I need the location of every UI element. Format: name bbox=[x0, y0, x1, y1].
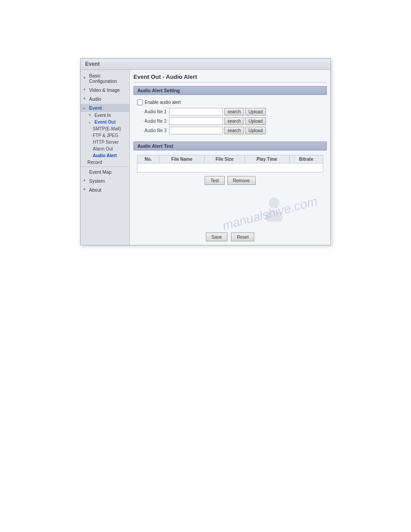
main-content: Event Out - Audio Alert Audio Alert Sett… bbox=[130, 70, 330, 245]
sidebar-section-system: + System bbox=[81, 177, 129, 185]
sidebar-item-audio[interactable]: + Audio bbox=[81, 95, 129, 103]
sidebar-label-about: About bbox=[89, 187, 101, 193]
sidebar-label-system: System bbox=[89, 178, 105, 184]
col-playtime: Play Time bbox=[244, 155, 289, 163]
sidebar-label-audio: Audio bbox=[89, 96, 101, 102]
sidebar-label-event-in: Event In bbox=[94, 113, 111, 118]
sidebar-divider bbox=[81, 167, 129, 167]
audio-file-3-search-button[interactable]: search bbox=[224, 127, 244, 134]
sidebar-item-smtp[interactable]: · SMTP(E-Mail) bbox=[81, 125, 129, 132]
sidebar-label-http: HTTP Server bbox=[93, 140, 119, 145]
col-filename: File Name bbox=[159, 155, 204, 163]
audio-file-2-input[interactable] bbox=[169, 117, 223, 125]
audio-file-3-label: · Audio file 3 bbox=[137, 128, 169, 133]
sidebar-item-video-image[interactable]: + Video & Image bbox=[81, 86, 129, 94]
bullet-icon: · bbox=[90, 133, 91, 137]
audio-file-3-input[interactable] bbox=[169, 127, 223, 134]
sidebar-section-basic: + Basic Configuration bbox=[81, 72, 129, 85]
window-title: Event bbox=[85, 61, 100, 67]
sidebar-label-event-map: Event Map bbox=[89, 169, 111, 175]
bullet-icon: · bbox=[83, 170, 88, 174]
sidebar-label-audio-alert: Audio Alert bbox=[93, 153, 117, 158]
plus-icon: + bbox=[83, 88, 88, 92]
page-title: Event Out - Audio Alert bbox=[133, 73, 327, 82]
bullet-icon: · bbox=[85, 160, 86, 164]
audio-file-1-label: · Audio file 1 bbox=[137, 109, 169, 114]
sidebar-item-event-out[interactable]: - Event Out bbox=[81, 119, 129, 125]
save-button[interactable]: Save bbox=[206, 232, 228, 241]
bottom-actions: Save Reset bbox=[133, 232, 327, 241]
audio-file-2-label: · Audio file 2 bbox=[137, 119, 169, 124]
enable-audio-label[interactable]: Enable audio alert bbox=[145, 100, 181, 105]
sidebar-section-event: - Event + Event In - Event Out bbox=[81, 104, 129, 166]
col-filesize: File Size bbox=[205, 155, 244, 163]
svg-point-1 bbox=[265, 211, 283, 222]
sidebar-item-event[interactable]: - Event bbox=[81, 104, 129, 112]
sidebar-item-record[interactable]: · Record bbox=[81, 159, 129, 166]
reset-button[interactable]: Reset bbox=[231, 232, 254, 241]
audio-file-1-input[interactable] bbox=[169, 108, 223, 116]
sidebar-label-event: Event bbox=[89, 105, 102, 111]
sidebar-section-event-map: · Event Map bbox=[81, 168, 129, 176]
sidebar-label-event-out: Event Out bbox=[94, 120, 116, 124]
plus-icon: + bbox=[89, 113, 93, 118]
table-empty-row bbox=[137, 163, 323, 172]
sidebar-item-audio-alert[interactable]: · Audio Alert bbox=[81, 152, 129, 159]
watermark-person-icon bbox=[261, 195, 287, 222]
sidebar-label-ftp: FTP & JPEG bbox=[93, 133, 118, 138]
window-body: + Basic Configuration + Video & Image + bbox=[81, 70, 330, 245]
audio-file-row-2: · Audio file 2 search Upload bbox=[137, 117, 323, 125]
col-bitrate: Bitrate bbox=[289, 155, 323, 163]
alert-setting-header: Audio Alert Setting bbox=[133, 86, 327, 95]
minus-icon: - bbox=[83, 106, 88, 110]
sidebar-item-event-map[interactable]: · Event Map bbox=[81, 168, 129, 176]
sidebar-label-basic: Basic Configuration bbox=[89, 73, 127, 84]
audio-file-1-search-button[interactable]: search bbox=[224, 108, 244, 116]
alert-test-body: No. File Name File Size Play Time Bitrat… bbox=[133, 153, 327, 228]
audio-test-table: No. File Name File Size Play Time Bitrat… bbox=[137, 155, 323, 172]
bullet-icon: · bbox=[90, 140, 91, 144]
sidebar-item-ftp-jpeg[interactable]: · FTP & JPEG bbox=[81, 132, 129, 139]
minus-icon: - bbox=[89, 120, 93, 124]
plus-icon: + bbox=[83, 76, 88, 81]
app-window: Event + Basic Configuration + Video & Im… bbox=[80, 58, 331, 245]
sidebar-section-video: + Video & Image bbox=[81, 86, 129, 94]
plus-icon: + bbox=[83, 97, 88, 101]
sidebar-section-audio: + Audio bbox=[81, 95, 129, 103]
remove-button[interactable]: Remove bbox=[227, 176, 256, 185]
plus-icon: + bbox=[83, 179, 88, 183]
svg-point-0 bbox=[269, 197, 279, 208]
audio-file-row-1: · Audio file 1 search Upload bbox=[137, 108, 323, 116]
alert-test-header: Audio Alert Test bbox=[133, 142, 327, 150]
alert-setting-body: Enable audio alert · Audio file 1 search… bbox=[133, 98, 327, 138]
test-button[interactable]: Test bbox=[205, 176, 224, 185]
bullet-icon: · bbox=[90, 127, 91, 131]
sidebar-item-about[interactable]: + About bbox=[81, 186, 129, 194]
enable-row: Enable audio alert bbox=[137, 99, 323, 105]
audio-file-2-search-button[interactable]: search bbox=[224, 117, 244, 125]
sidebar-item-event-in[interactable]: + Event In bbox=[81, 112, 129, 119]
sidebar-item-alarm-out[interactable]: · Alarm Out bbox=[81, 146, 129, 152]
col-no: No. bbox=[137, 155, 159, 163]
sidebar-item-basic-configuration[interactable]: + Basic Configuration bbox=[81, 72, 129, 85]
watermark-container: manualshive.com bbox=[137, 190, 323, 226]
sidebar-label-video: Video & Image bbox=[89, 87, 120, 93]
bullet-icon: · bbox=[90, 147, 91, 151]
audio-file-row-3: · Audio file 3 search Upload bbox=[137, 127, 323, 134]
sidebar-label-smtp: SMTP(E-Mail) bbox=[93, 126, 121, 131]
window-title-bar: Event bbox=[81, 59, 330, 70]
audio-file-1-upload-button[interactable]: Upload bbox=[245, 108, 266, 116]
plus-icon: + bbox=[83, 188, 88, 192]
sidebar-label-record: Record bbox=[87, 160, 102, 165]
sidebar-label-alarm: Alarm Out bbox=[93, 146, 113, 151]
table-actions: Test Remove bbox=[137, 176, 323, 185]
sidebar-item-system[interactable]: + System bbox=[81, 177, 129, 185]
enable-audio-alert-checkbox[interactable] bbox=[137, 99, 143, 105]
bullet-icon: · bbox=[90, 154, 91, 158]
sidebar-item-http-server[interactable]: · HTTP Server bbox=[81, 139, 129, 146]
audio-file-3-upload-button[interactable]: Upload bbox=[245, 127, 266, 134]
audio-file-2-upload-button[interactable]: Upload bbox=[245, 117, 266, 125]
sidebar-section-about: + About bbox=[81, 186, 129, 194]
sidebar: + Basic Configuration + Video & Image + bbox=[81, 70, 130, 245]
